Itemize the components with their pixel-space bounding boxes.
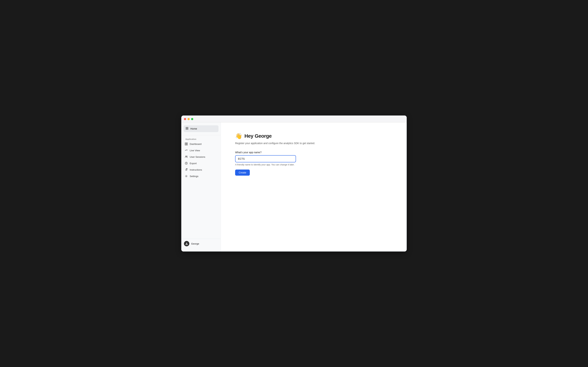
svg-point-12 [186, 176, 187, 176]
home-label: Home [190, 127, 197, 130]
wave-emoji: 👋 [235, 133, 242, 139]
avatar [184, 241, 189, 246]
export-label: Export [190, 162, 197, 165]
minimize-button[interactable] [188, 118, 190, 120]
user-sessions-label: User Sessions [190, 156, 205, 158]
settings-label: Settings [190, 175, 198, 178]
app-window: Home Application Dashboa [181, 116, 407, 251]
sidebar-item-user-sessions[interactable]: User Sessions [183, 154, 219, 160]
sidebar-top: Home [181, 125, 221, 135]
sidebar-item-export[interactable]: Export [183, 160, 219, 166]
svg-point-14 [186, 243, 187, 244]
live-view-icon [185, 149, 188, 152]
page-title: Hey George [245, 133, 272, 139]
svg-rect-3 [187, 129, 188, 129]
instructions-label: Instructions [190, 168, 202, 171]
hero-title: 👋 Hey George [235, 133, 343, 139]
close-button[interactable] [184, 118, 186, 120]
hero-subtitle: Register your application and configure … [235, 142, 343, 145]
user-profile[interactable]: George [181, 239, 221, 249]
app-name-input[interactable] [235, 155, 296, 162]
svg-point-8 [186, 156, 187, 157]
user-sessions-icon [185, 155, 188, 158]
svg-point-9 [187, 156, 187, 157]
window-chrome [181, 116, 407, 122]
grid-icon [185, 127, 189, 131]
svg-rect-0 [186, 127, 187, 128]
section-label: Application [183, 137, 219, 141]
home-button[interactable]: Home [184, 125, 219, 132]
user-name: George [191, 242, 199, 245]
dashboard-label: Dashboard [190, 143, 202, 145]
sidebar-nav: Application Dashboard [181, 137, 221, 239]
create-button[interactable]: Create [235, 169, 250, 176]
settings-icon [185, 175, 188, 178]
svg-rect-6 [185, 144, 186, 145]
window-body: Home Application Dashboa [181, 122, 407, 251]
sidebar: Home Application Dashboa [181, 122, 221, 251]
sidebar-item-live-view[interactable]: Live View [183, 147, 219, 153]
live-view-label: Live View [190, 149, 200, 152]
dashboard-icon [185, 142, 188, 146]
hero-section: 👋 Hey George Register your application a… [235, 133, 343, 176]
svg-rect-4 [185, 143, 186, 144]
instructions-icon [185, 168, 188, 171]
app-name-form: What's your app name? A friendly name to… [235, 151, 343, 176]
svg-rect-1 [187, 127, 188, 128]
sidebar-item-dashboard[interactable]: Dashboard [183, 141, 219, 147]
form-hint: A friendly name to identify your app. Yo… [235, 163, 343, 166]
app-name-label: What's your app name? [235, 151, 343, 154]
maximize-button[interactable] [191, 118, 193, 120]
main-content: 👋 Hey George Register your application a… [221, 122, 407, 251]
svg-rect-7 [187, 144, 188, 145]
svg-rect-2 [186, 129, 187, 129]
export-icon [185, 162, 188, 165]
sidebar-item-instructions[interactable]: Instructions [183, 167, 219, 173]
svg-rect-5 [187, 143, 188, 144]
sidebar-item-settings[interactable]: Settings [183, 173, 219, 179]
